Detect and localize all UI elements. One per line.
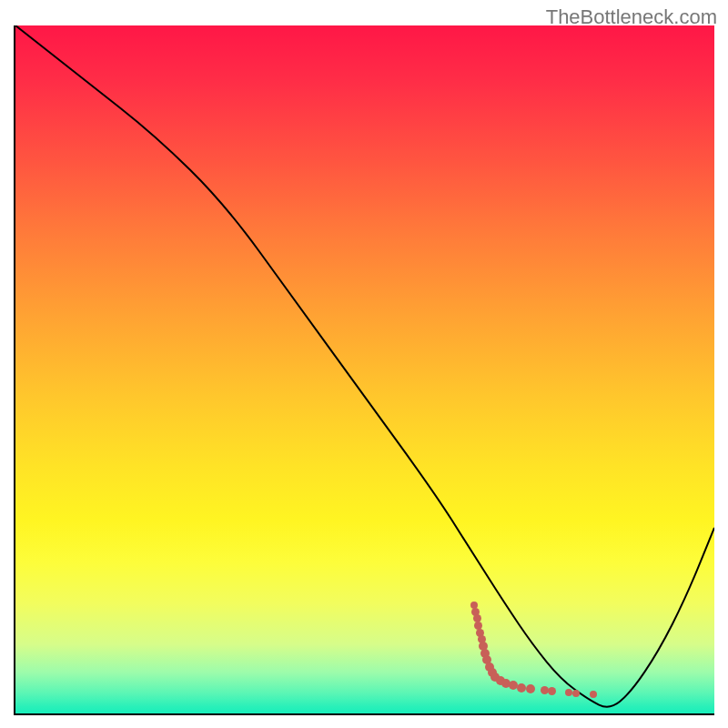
marker-dot: [526, 684, 535, 693]
marker-dot: [517, 683, 526, 693]
marker-dot: [548, 687, 556, 695]
marker-dot: [590, 691, 597, 698]
chart-marker-layer: [15, 25, 714, 713]
watermark-text: TheBottleneck.com: [546, 5, 717, 29]
chart-plot-area: [14, 25, 714, 715]
marker-dot: [572, 690, 580, 697]
